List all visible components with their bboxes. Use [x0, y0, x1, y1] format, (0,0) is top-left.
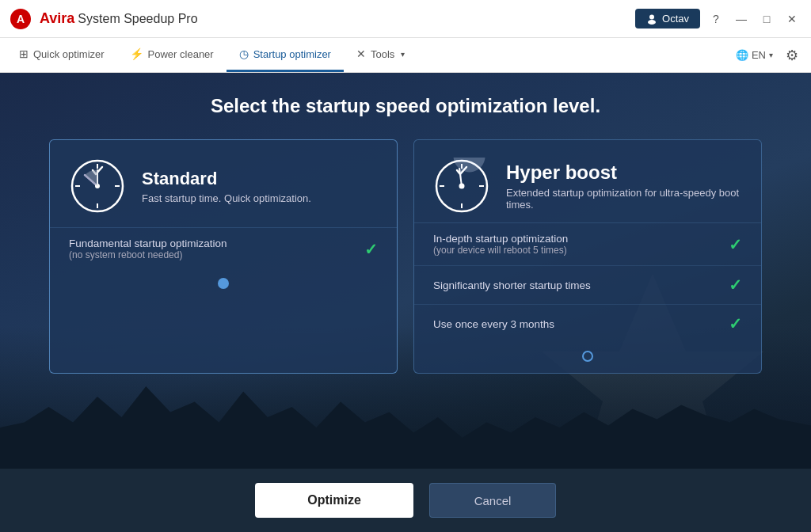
navbar-right: 🌐 EN ▾ ⚙	[736, 38, 805, 72]
maximize-button[interactable]: □	[757, 10, 776, 28]
hyper-card-footer	[414, 343, 761, 373]
user-button[interactable]: Octav	[635, 9, 700, 28]
hyper-feature-3-check: ✓	[729, 314, 742, 333]
chevron-down-icon: ▾	[401, 50, 405, 59]
standard-feature-1-text: Fundamental startup optimization (no sys…	[69, 238, 227, 260]
standard-feature-1-check: ✓	[364, 240, 378, 259]
hyper-feature-1-label: In-depth startup optimization	[433, 233, 568, 245]
titlebar-controls: Octav ? — □ ✕	[635, 9, 801, 28]
language-label: EN	[752, 49, 766, 61]
svg-point-3	[648, 20, 656, 25]
hyper-title-block: Hyper boost Extended startup optimizatio…	[506, 162, 742, 211]
titlebar: A Avira System Speedup Pro Octav ? — □ ✕	[0, 0, 811, 38]
standard-title-block: Standard Fast startup time. Quick optimi…	[142, 169, 311, 204]
hyper-clock-icon	[433, 158, 490, 215]
hyper-feature-1: In-depth startup optimization (your devi…	[414, 223, 761, 266]
main-content: Select the startup speed optimization le…	[0, 73, 811, 532]
hyper-feature-2-text: Significantly shorter startup times	[433, 279, 591, 291]
clock-nav-icon: ◷	[239, 48, 249, 60]
nav-power-cleaner-label: Power cleaner	[148, 48, 214, 60]
grid-icon: ⊞	[19, 48, 29, 60]
help-button[interactable]: ?	[706, 10, 725, 28]
optimize-button[interactable]: Optimize	[255, 483, 413, 518]
standard-card[interactable]: Standard Fast startup time. Quick optimi…	[49, 139, 398, 374]
cards-container: Standard Fast startup time. Quick optimi…	[17, 139, 794, 374]
nav-tools[interactable]: ✕ Tools ▾	[344, 38, 417, 72]
gear-icon: ⚙	[786, 48, 798, 63]
standard-feature-1-label: Fundamental startup optimization	[69, 238, 227, 249]
page-title: Select the startup speed optimization le…	[211, 95, 600, 117]
globe-icon: 🌐	[736, 49, 748, 61]
hyper-feature-2: Significantly shorter startup times ✓	[414, 266, 761, 305]
brand-name: Avira	[40, 10, 74, 27]
hyper-feature-1-sub: (your device will reboot 5 times)	[433, 245, 568, 256]
nav-startup-optimizer[interactable]: ◷ Startup optimizer	[227, 38, 344, 72]
standard-card-footer	[50, 270, 397, 300]
cancel-button[interactable]: Cancel	[429, 483, 556, 518]
avira-logo: A	[10, 8, 32, 30]
standard-radio[interactable]	[218, 278, 229, 289]
bottom-bar: Optimize Cancel	[0, 469, 811, 532]
navbar: ⊞ Quick optimizer ⚡ Power cleaner ◷ Star…	[0, 38, 811, 73]
hyper-boost-card-top: Hyper boost Extended startup optimizatio…	[414, 140, 761, 222]
app-name: System Speedup Pro	[78, 12, 197, 26]
nav-power-cleaner[interactable]: ⚡ Power cleaner	[117, 38, 227, 72]
lang-chevron-icon: ▾	[769, 51, 773, 59]
hyper-radio[interactable]	[582, 351, 593, 362]
hyper-subtitle: Extended startup optimization for ultra-…	[506, 187, 742, 211]
hyper-feature-3-label: Use once every 3 months	[433, 318, 554, 330]
svg-text:A: A	[17, 13, 25, 25]
nav-startup-optimizer-label: Startup optimizer	[253, 48, 331, 60]
standard-title: Standard	[142, 169, 311, 189]
hyper-feature-2-label: Significantly shorter startup times	[433, 279, 591, 291]
hyper-features: In-depth startup optimization (your devi…	[414, 222, 761, 343]
hyper-feature-3-text: Use once every 3 months	[433, 318, 554, 330]
standard-feature-1-sub: (no system reboot needed)	[69, 249, 227, 260]
minimize-button[interactable]: —	[732, 10, 751, 28]
standard-features: Fundamental startup optimization (no sys…	[50, 227, 397, 270]
hyper-boost-card[interactable]: Hyper boost Extended startup optimizatio…	[413, 139, 762, 374]
hyper-feature-3: Use once every 3 months ✓	[414, 305, 761, 343]
standard-subtitle: Fast startup time. Quick optimization.	[142, 192, 311, 204]
svg-point-18	[459, 184, 465, 189]
tools-icon: ✕	[356, 48, 366, 60]
user-icon	[646, 13, 657, 25]
close-button[interactable]: ✕	[782, 10, 801, 28]
hyper-title: Hyper boost	[506, 162, 742, 184]
lightning-icon: ⚡	[130, 48, 143, 60]
nav-quick-optimizer[interactable]: ⊞ Quick optimizer	[6, 38, 117, 72]
hyper-feature-1-check: ✓	[729, 235, 742, 254]
user-label: Octav	[662, 13, 689, 25]
standard-clock-icon	[69, 158, 126, 215]
svg-point-2	[649, 14, 654, 19]
language-button[interactable]: 🌐 EN ▾	[736, 49, 773, 61]
hyper-feature-1-text: In-depth startup optimization (your devi…	[433, 233, 568, 256]
hyper-feature-2-check: ✓	[729, 276, 742, 294]
nav-tools-label: Tools	[371, 48, 394, 60]
standard-card-top: Standard Fast startup time. Quick optimi…	[50, 140, 397, 227]
settings-button[interactable]: ⚙	[786, 47, 798, 64]
nav-quick-optimizer-label: Quick optimizer	[33, 48, 105, 60]
standard-feature-1: Fundamental startup optimization (no sys…	[50, 228, 397, 270]
